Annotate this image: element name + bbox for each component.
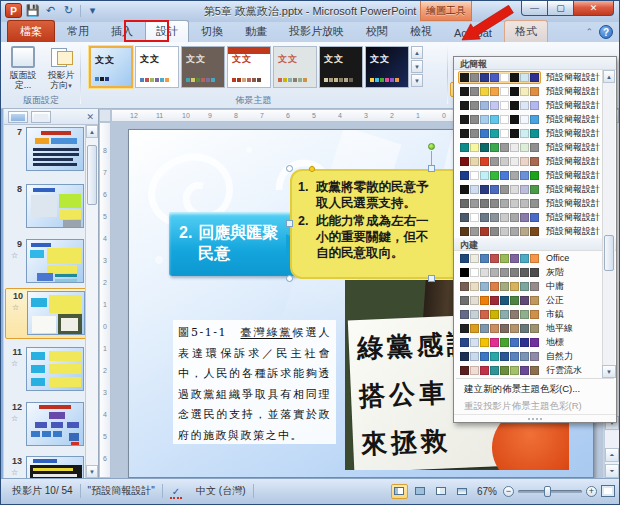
- rotate-handle[interactable]: [428, 143, 435, 150]
- zoom-level[interactable]: 67%: [477, 486, 497, 497]
- zoom-in-button[interactable]: +: [586, 486, 597, 497]
- color-scheme-row[interactable]: 中庸: [454, 279, 616, 293]
- tab-檢視[interactable]: 檢視: [400, 21, 442, 42]
- tab-常用[interactable]: 常用: [57, 21, 99, 42]
- color-scheme-row[interactable]: 預設簡報設計 6: [454, 140, 616, 154]
- help-button[interactable]: ?: [599, 25, 613, 39]
- minimize-ribbon-icon[interactable]: ⌃: [585, 27, 593, 37]
- slides-tab[interactable]: [8, 111, 28, 123]
- panel-close-icon[interactable]: ✕: [86, 112, 94, 122]
- menu-scroll-up-icon[interactable]: ▲: [603, 70, 615, 83]
- menu-scroll-down-icon[interactable]: ▼: [602, 365, 616, 378]
- color-swatches: [458, 308, 541, 321]
- color-scheme-row[interactable]: 預設簡報設計 3: [454, 98, 616, 112]
- slide-thumbnail-item-8[interactable]: 8: [5, 182, 88, 233]
- color-scheme-row[interactable]: 行雲流水: [454, 363, 616, 377]
- page-setup-button[interactable]: 版面設定...: [5, 46, 41, 90]
- menu-resize-grip[interactable]: [454, 414, 616, 422]
- color-scheme-row[interactable]: 預設簡報設計 10: [454, 196, 616, 210]
- outline-tab[interactable]: [31, 111, 51, 123]
- color-swatches: [458, 280, 541, 293]
- minimize-button[interactable]: —: [521, 1, 548, 16]
- zoom-slider[interactable]: [518, 490, 582, 493]
- theme-name-status[interactable]: "預設簡報設計": [81, 484, 162, 498]
- tab-投影片放映[interactable]: 投影片放映: [279, 21, 354, 42]
- slide-thumbnail[interactable]: [26, 127, 84, 171]
- status-bar: 投影片 10/ 54 "預設簡報設計" ✓ 中文 (台灣) 67% − +: [1, 478, 619, 504]
- color-scheme-row[interactable]: 預設簡報設計 12: [454, 224, 616, 238]
- theme-thumbnail-black-tan[interactable]: 文文: [319, 46, 363, 88]
- panel-scroll-down-icon[interactable]: ▼: [86, 465, 98, 478]
- tab-校閱[interactable]: 校閱: [356, 21, 398, 42]
- spellcheck-icon[interactable]: ✓: [170, 486, 182, 499]
- resize-handle-n[interactable]: [428, 165, 435, 172]
- theme-thumbnail-red-bar[interactable]: 文文: [227, 46, 271, 88]
- slide-thumbnail-item-7[interactable]: 7: [5, 125, 88, 176]
- resize-handle-w[interactable]: [286, 220, 293, 227]
- color-scheme-row[interactable]: 自然力: [454, 349, 616, 363]
- language-status[interactable]: 中文 (台灣): [189, 484, 252, 498]
- resize-handle-sw[interactable]: [286, 275, 293, 282]
- slide-thumbnail-item-11[interactable]: 11☆: [5, 345, 88, 396]
- resize-handle-nw[interactable]: [286, 165, 293, 172]
- color-scheme-label: 行雲流水: [546, 364, 582, 377]
- slide-thumbnail[interactable]: [26, 402, 84, 446]
- maximize-button[interactable]: ▢: [548, 1, 574, 16]
- slide-thumbnail[interactable]: [26, 347, 84, 391]
- gallery-up-icon[interactable]: ▲: [411, 46, 423, 59]
- slideshow-view-button[interactable]: [454, 484, 471, 499]
- color-scheme-row[interactable]: 預設簡報設計 2: [454, 84, 616, 98]
- gallery-down-icon[interactable]: ▼: [411, 60, 423, 73]
- panel-scroll-thumb[interactable]: [87, 145, 97, 205]
- slide-sorter-view-button[interactable]: [412, 484, 429, 499]
- caption-textbox[interactable]: 圖5-1-1 臺灣綠黨候選人表達環保訴求／民主社會中，人民的各種訴求能夠透過政黨…: [173, 320, 336, 444]
- color-scheme-row[interactable]: 預設簡報設計 1: [454, 70, 616, 84]
- color-scheme-row[interactable]: 預設簡報設計 8: [454, 168, 616, 182]
- resize-handle-s[interactable]: [428, 275, 435, 282]
- previous-slide-button[interactable]: ⏶: [605, 448, 619, 462]
- theme-thumbnail-black-bright[interactable]: 文文: [365, 46, 409, 88]
- color-scheme-row[interactable]: 預設簡報設計 4: [454, 112, 616, 126]
- close-button[interactable]: ✕: [574, 1, 614, 16]
- slide-orientation-button[interactable]: 投影片 方向▾: [43, 46, 79, 91]
- menu-scrollbar[interactable]: ▲ ▼: [602, 70, 615, 378]
- color-scheme-row[interactable]: 預設簡報設計 7: [454, 154, 616, 168]
- panel-scroll-up-icon[interactable]: ▲: [86, 125, 98, 138]
- panel-scrollbar[interactable]: ▲ ▼: [85, 125, 98, 478]
- theme-color-squares: [232, 78, 261, 82]
- color-scheme-row[interactable]: 市鎮: [454, 307, 616, 321]
- next-slide-button[interactable]: ⏷: [605, 464, 619, 478]
- slide-thumbnail[interactable]: [27, 291, 85, 335]
- fit-to-window-button[interactable]: [601, 485, 615, 497]
- color-scheme-row[interactable]: 灰階: [454, 265, 616, 279]
- color-scheme-row[interactable]: 地標: [454, 335, 616, 349]
- theme-thumbnail-brown[interactable]: 文文: [181, 46, 225, 88]
- color-scheme-row[interactable]: 公正: [454, 293, 616, 307]
- slide-thumbnail-item-9[interactable]: 9☆: [5, 237, 88, 288]
- color-scheme-row[interactable]: 預設簡報設計 11: [454, 210, 616, 224]
- slide-thumbnail[interactable]: [26, 184, 84, 228]
- zoom-out-button[interactable]: −: [503, 486, 514, 497]
- create-new-theme-colors-item[interactable]: 建立新的佈景主題色彩(C)...: [454, 380, 616, 397]
- menu-scroll-thumb[interactable]: [604, 235, 614, 271]
- reading-view-button[interactable]: [433, 484, 450, 499]
- tab-動畫[interactable]: 動畫: [235, 21, 277, 42]
- gallery-more-icon[interactable]: ▼: [411, 74, 423, 87]
- color-swatches: [458, 169, 541, 182]
- theme-thumbnail-current-blue[interactable]: 文文: [89, 46, 133, 88]
- tab-切換[interactable]: 切換: [191, 21, 233, 42]
- slide-thumbnail[interactable]: [26, 239, 84, 283]
- zoom-slider-thumb[interactable]: [544, 486, 551, 497]
- color-swatches: [458, 155, 541, 168]
- tab-檔案[interactable]: 檔案: [7, 20, 55, 42]
- slide-thumbnail-item-10[interactable]: 10☆: [5, 288, 88, 339]
- theme-thumbnail-office-white[interactable]: 文文: [135, 46, 179, 88]
- section-callout[interactable]: 2. 回應與匯聚民意: [169, 212, 297, 276]
- color-scheme-row[interactable]: 地平線: [454, 321, 616, 335]
- slide-thumbnail-item-12[interactable]: 12☆: [5, 400, 88, 451]
- color-scheme-row[interactable]: Office: [454, 251, 616, 265]
- color-scheme-row[interactable]: 預設簡報設計 9: [454, 182, 616, 196]
- theme-thumbnail-gray-teal[interactable]: 文文: [273, 46, 317, 88]
- color-scheme-row[interactable]: 預設簡報設計 5: [454, 126, 616, 140]
- normal-view-button[interactable]: [391, 484, 408, 499]
